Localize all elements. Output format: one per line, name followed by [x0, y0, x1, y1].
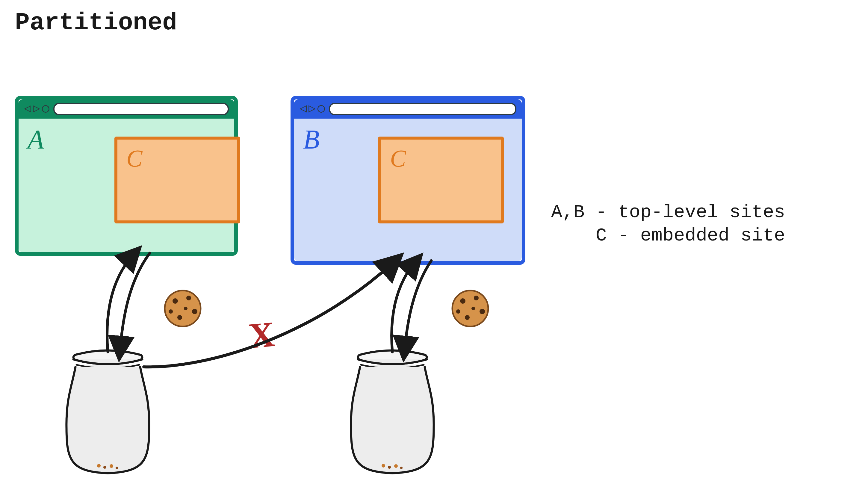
cookie-icon-a [165, 290, 201, 326]
arrow-b-to-jar-bc [392, 261, 431, 352]
browser-body: B C [294, 119, 522, 261]
svg-point-6 [394, 464, 398, 468]
cookie-jar-bc [351, 350, 434, 473]
diagram-title: Partitioned [15, 9, 177, 37]
jar-bc-label: BC [368, 416, 400, 445]
reload-icon: ◯ [42, 103, 49, 115]
svg-point-10 [186, 296, 191, 300]
url-bar [53, 103, 229, 115]
back-icon: ◁ [24, 103, 31, 115]
svg-point-2 [110, 464, 113, 468]
legend: A,B - top-level sites C - embedded site [551, 201, 785, 247]
back-icon: ◁ [300, 103, 307, 115]
nav-icons: ◁ ▷ ◯ [24, 103, 49, 115]
svg-point-13 [168, 310, 173, 314]
svg-point-21 [471, 307, 475, 310]
browser-chrome: ◁ ▷ ◯ [294, 99, 522, 119]
svg-point-1 [103, 466, 106, 469]
reload-icon: ◯ [317, 103, 325, 115]
embedded-frame-c-in-b: C [378, 136, 504, 223]
forward-icon: ▷ [309, 103, 316, 115]
browser-window-b: ◁ ▷ ◯ B C [290, 96, 525, 265]
url-bar [329, 103, 516, 115]
legend-line-1: A,B - top-level sites [551, 201, 785, 223]
jar-ac-label: AC [84, 416, 115, 445]
svg-point-19 [465, 315, 470, 320]
browser-window-a: ◁ ▷ ◯ A C [15, 96, 238, 256]
svg-point-12 [177, 315, 182, 320]
svg-point-16 [460, 298, 465, 304]
svg-point-18 [479, 309, 485, 314]
svg-point-9 [173, 298, 178, 304]
browser-body: A C [19, 119, 234, 252]
forward-icon: ▷ [33, 103, 40, 115]
browser-chrome: ◁ ▷ ◯ [19, 99, 234, 119]
legend-line-2: C - embedded site [551, 224, 785, 247]
svg-point-0 [97, 464, 101, 468]
embed-c-label: C [126, 145, 142, 172]
svg-point-7 [400, 467, 403, 469]
svg-point-20 [456, 310, 460, 314]
cookie-jar-ac [66, 350, 149, 473]
svg-point-8 [165, 290, 201, 326]
svg-point-3 [116, 467, 118, 469]
site-a-label: A [28, 124, 44, 155]
nav-icons: ◁ ▷ ◯ [300, 103, 325, 115]
site-b-label: B [303, 124, 319, 155]
diagram-canvas: Partitioned A,B - top-level sites C - em… [0, 0, 868, 481]
blocked-x-icon: X [247, 313, 276, 357]
svg-point-15 [452, 290, 488, 326]
cookie-icon-b [452, 290, 488, 326]
svg-point-14 [184, 307, 187, 310]
arrow-a-to-jar-ac [107, 253, 150, 352]
svg-point-17 [474, 296, 478, 300]
embed-c-label: C [390, 145, 406, 172]
svg-point-4 [381, 464, 385, 468]
svg-point-11 [192, 309, 197, 314]
svg-point-5 [388, 466, 391, 469]
embedded-frame-c-in-a: C [115, 136, 240, 223]
